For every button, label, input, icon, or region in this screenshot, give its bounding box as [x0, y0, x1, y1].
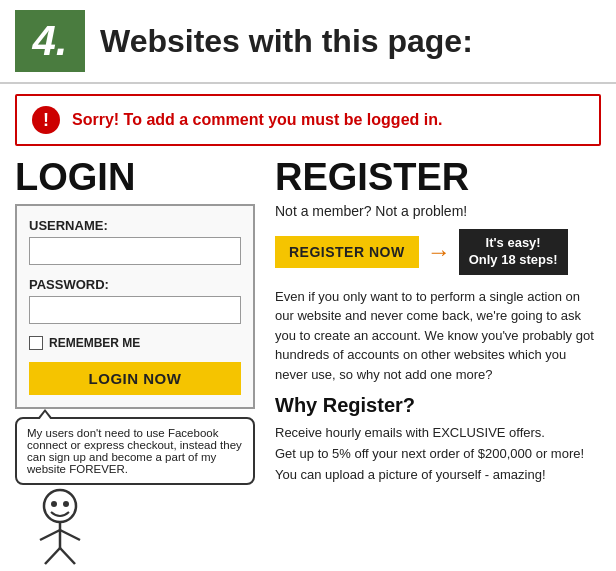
why-list-item: Receive hourly emails with EXCLUSIVE off…: [275, 423, 601, 444]
alert-icon: !: [32, 106, 60, 134]
main-content: LOGIN USERNAME: PASSWORD: REMEMBER ME LO…: [0, 156, 616, 486]
svg-line-7: [60, 548, 75, 564]
svg-line-6: [45, 548, 60, 564]
why-list-item: You can upload a picture of yourself - a…: [275, 465, 601, 486]
svg-point-1: [51, 501, 57, 507]
easy-box: It's easy! Only 18 steps!: [459, 229, 568, 275]
username-label: USERNAME:: [29, 218, 241, 233]
svg-point-2: [63, 501, 69, 507]
step-number: 4.: [15, 10, 85, 72]
register-row: REGISTER NOW → It's easy! Only 18 steps!: [275, 229, 601, 275]
login-box: USERNAME: PASSWORD: REMEMBER ME LOGIN NO…: [15, 204, 255, 409]
bottom-area: [0, 486, 616, 570]
not-member-text: Not a member? Not a problem!: [275, 203, 601, 219]
register-section: REGISTER Not a member? Not a problem! RE…: [275, 156, 601, 486]
username-input[interactable]: [29, 237, 241, 265]
svg-line-5: [60, 530, 80, 540]
register-desc: Even if you only want to to perform a si…: [275, 287, 601, 385]
why-list-item: Get up to 5% off your next order of $200…: [275, 444, 601, 465]
easy-line2: Only 18 steps!: [469, 252, 558, 269]
bottom-left: [15, 486, 255, 570]
password-input[interactable]: [29, 296, 241, 324]
header-title: Websites with this page:: [100, 23, 473, 60]
svg-line-4: [40, 530, 60, 540]
login-section: LOGIN USERNAME: PASSWORD: REMEMBER ME LO…: [15, 156, 255, 486]
svg-point-0: [44, 490, 76, 522]
remember-label: REMEMBER ME: [49, 336, 140, 350]
header: 4. Websites with this page:: [0, 0, 616, 84]
easy-line1: It's easy!: [469, 235, 558, 252]
alert-bar: ! Sorry! To add a comment you must be lo…: [15, 94, 601, 146]
login-button[interactable]: LOGIN NOW: [29, 362, 241, 395]
register-button[interactable]: REGISTER NOW: [275, 236, 419, 268]
speech-bubble: My users don't need to use Facebook conn…: [15, 417, 255, 485]
arrow-icon: →: [427, 238, 451, 266]
register-title: REGISTER: [275, 156, 601, 199]
remember-row: REMEMBER ME: [29, 336, 241, 350]
password-label: PASSWORD:: [29, 277, 241, 292]
alert-text: Sorry! To add a comment you must be logg…: [72, 111, 442, 129]
login-title: LOGIN: [15, 156, 255, 199]
remember-checkbox[interactable]: [29, 336, 43, 350]
why-list: Receive hourly emails with EXCLUSIVE off…: [275, 423, 601, 485]
why-register-title: Why Register?: [275, 394, 601, 417]
stick-figure: [15, 486, 105, 566]
